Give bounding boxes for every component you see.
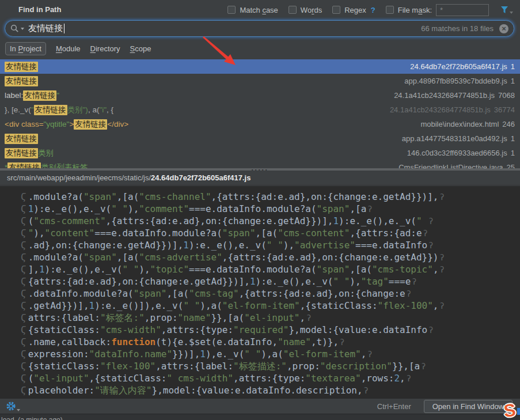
soft-wrap-icon: ʔ <box>340 338 344 347</box>
breadcrumb: src/main/webapp/jeeadmin/jeecms/static/j… <box>0 171 520 186</box>
find-in-path-dialog: Find in Path Match case Words Regex? Fil… <box>0 0 520 420</box>
code-line: Ϛexpression:"dataInfo.name"}})],1),e._v(… <box>21 348 520 360</box>
result-preview-text: label: 友情链接" <box>5 90 385 101</box>
file-name: 24.64db7e2f72b605a6f417.js <box>151 173 250 182</box>
regex-help-link[interactable]: ? <box>371 6 375 14</box>
tab-module[interactable]: Module <box>56 44 81 53</box>
tab-directory[interactable]: Directory <box>90 44 120 53</box>
soft-wrap-icon: Ϛ <box>21 336 26 347</box>
shortcut-hint: Ctrl+Enter <box>377 402 411 411</box>
soft-wrap-icon: Ϛ <box>21 264 26 275</box>
settings-button[interactable] <box>6 401 20 411</box>
code-line: Ϛ("el-input",{staticClass:" cms-width",a… <box>21 372 520 384</box>
soft-wrap-icon: ʔ <box>440 301 445 311</box>
soft-wrap-icon: Ϛ <box>21 300 26 311</box>
result-file-label: 24.64db7e2f72b605a6f417.js1 <box>401 62 520 71</box>
words-checkbox[interactable]: Words <box>289 6 322 14</box>
code-editor[interactable]: Ϛ.module?a("span",[a("cms-channel",{attr… <box>0 186 520 399</box>
background-status-text: load. (a minute ago) <box>1 416 63 420</box>
soft-wrap-icon: Ϛ <box>21 240 26 251</box>
soft-wrap-icon: ʔ <box>428 241 433 250</box>
match-case-label: Match case <box>240 6 278 14</box>
code-line: Ϛattrs:{label:"标签名:",prop:"name"}},[a("e… <box>21 312 520 324</box>
code-line: Ϛ.module?a("span",[a("cms-advertise",{at… <box>21 251 520 263</box>
soft-wrap-icon: ʔ <box>367 350 372 359</box>
soft-wrap-icon: Ϛ <box>21 228 26 239</box>
soft-wrap-icon: Ϛ <box>21 349 26 360</box>
soft-wrap-icon: ʔ <box>407 374 411 383</box>
code-line: Ϛ{staticClass:"flex-100",attrs:{label:"标… <box>21 360 520 372</box>
search-icon[interactable] <box>10 24 19 33</box>
result-row[interactable]: }, [e._v("友情链接类别"), a("i", {24.1a41cb243… <box>0 103 520 117</box>
regex-checkbox[interactable]: Regex? <box>332 6 375 14</box>
result-file-label: 24.1a41cb2432684774851b.js36774 <box>381 105 520 114</box>
tab-in-project[interactable]: In Project <box>5 42 46 55</box>
result-preview-text: 友情链接类别 <box>5 148 398 158</box>
result-file-label: 24.1a41cb2432684774851b.js7068 <box>385 91 520 100</box>
match-case-checkbox[interactable]: Match case <box>227 6 278 14</box>
checkbox-icon[interactable] <box>332 6 340 14</box>
checkbox-icon[interactable] <box>289 6 297 14</box>
soft-wrap-icon: ʔ <box>364 386 369 395</box>
result-preview-text: }, [e._v("友情链接类别"), a("i", { <box>5 105 381 115</box>
results-list[interactable]: 友情链接24.64db7e2f72b605a6f417.js1友情链接app.4… <box>0 58 520 168</box>
search-options: Match case Words Regex? File mask: * <box>227 3 513 17</box>
match-count-label: 66 matches in 18 files <box>421 24 494 33</box>
code-line: Ϛ.ad},on:{change:e.getAd}})],1):e._e(),e… <box>21 239 520 251</box>
soft-wrap-icon: ʔ <box>428 217 433 226</box>
checkbox-icon[interactable] <box>227 6 236 14</box>
code-line: Ϛ.name,callback:function(t){e.$set(e.dat… <box>21 336 520 348</box>
result-file-label: 146.c0d3c32ff6933aed6656.js1 <box>398 149 520 157</box>
clear-search-button[interactable]: × <box>499 24 508 33</box>
soft-wrap-icon: ʔ <box>439 253 444 262</box>
file-mask-label: File mask: <box>398 6 432 14</box>
search-history-chevron-icon[interactable] <box>21 28 24 30</box>
result-row[interactable]: <div class="yqtitle">友情链接</div>mobile\in… <box>0 117 520 131</box>
file-mask-value: * <box>440 6 443 14</box>
soft-wrap-icon: ʔ <box>421 362 426 371</box>
result-row[interactable]: 友情链接24.64db7e2f72b605a6f417.js1 <box>0 59 520 74</box>
result-preview-text: 友情链接 <box>5 134 393 144</box>
dialog-footer: Ctrl+Enter Open in Find Window <box>0 399 520 414</box>
code-line: Ϛ("cms-comment",{attrs:{ad:e.ad},on:{cha… <box>21 215 520 227</box>
chevron-down-icon <box>17 409 20 411</box>
soft-wrap-icon: Ϛ <box>21 361 26 372</box>
soft-wrap-icon: ʔ <box>440 265 445 274</box>
soft-wrap-icon: ʔ <box>306 313 311 323</box>
result-preview-text: * 友情链接类别列表标签 <box>5 162 389 169</box>
background-window-strip: load. (a minute ago) <box>0 414 520 420</box>
file-path: src/main/webapp/jeeadmin/jeecms/static/j… <box>7 173 151 182</box>
checkbox-icon[interactable] <box>386 6 394 14</box>
result-row[interactable]: 友情链接类别146.c0d3c32ff6933aed6656.js1 <box>0 146 520 160</box>
soft-wrap-icon: Ϛ <box>21 288 26 299</box>
regex-label: Regex <box>344 6 366 14</box>
soft-wrap-icon: Ϛ <box>21 276 26 287</box>
dialog-title: Find in Path <box>18 5 61 14</box>
result-row[interactable]: 友情链接app.48967fb89539c7bddeb9.js1 <box>0 74 520 88</box>
soft-wrap-icon: Ϛ <box>21 191 26 202</box>
code-line: Ϛ{staticClass:"cms-width",attrs:{type:"r… <box>21 324 520 336</box>
code-line: Ϛplaceholder:"请输入内容"},model:{value:e.dat… <box>21 384 520 396</box>
soft-wrap-icon: Ϛ <box>21 373 26 384</box>
tab-scope[interactable]: Scope <box>130 44 151 53</box>
soft-wrap-icon: ʔ <box>412 277 416 286</box>
search-query-text: 友情链接 <box>28 23 63 34</box>
file-mask-input[interactable]: * <box>436 4 489 16</box>
soft-wrap-icon: ʔ <box>428 326 433 335</box>
gear-icon <box>6 401 16 411</box>
soft-wrap-icon: Ϛ <box>21 324 26 335</box>
result-file-label: mobile\index\index.html246 <box>411 120 520 128</box>
text-cursor <box>64 24 64 33</box>
open-in-find-window-button[interactable]: Open in Find Window <box>424 400 513 413</box>
result-row[interactable]: label: 友情链接"24.1a41cb2432684774851b.js70… <box>0 88 520 103</box>
filter-icon[interactable] <box>500 6 513 14</box>
words-label: Words <box>301 6 322 14</box>
result-row[interactable]: 友情链接app.a144775483181e0ad492.js1 <box>0 131 520 146</box>
funnel-icon <box>500 6 508 14</box>
search-input[interactable]: 友情链接 66 matches in 18 files × <box>5 20 514 37</box>
result-file-label: app.48967fb89539c7bddeb9.js1 <box>395 77 520 85</box>
scope-tabs: In Project Module Directory Scope <box>5 42 151 55</box>
watermark-blue-fragment <box>517 408 520 415</box>
soft-wrap-icon: Ϛ <box>21 385 26 396</box>
soft-wrap-icon: Ϛ <box>21 252 26 263</box>
